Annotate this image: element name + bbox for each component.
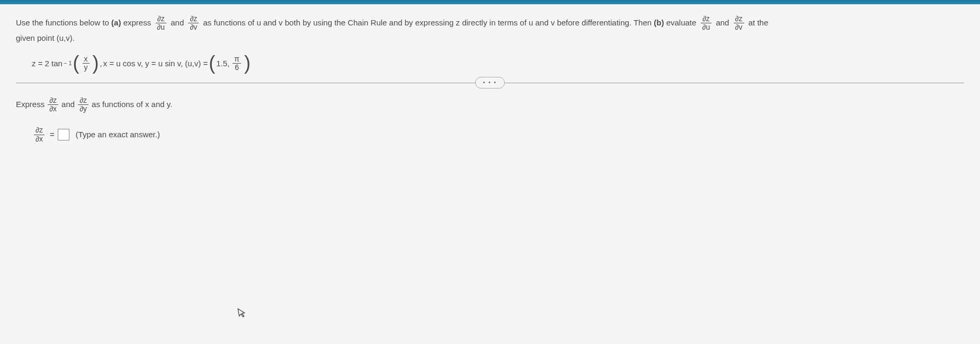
close-paren-2: )	[244, 56, 251, 71]
fraction-dz-du-2: ∂z ∂u	[701, 15, 712, 32]
answer-hint: (Type an exact answer.)	[76, 128, 160, 141]
rest-text: as functions of x and y.	[92, 98, 172, 111]
and-text-1: and	[171, 18, 186, 27]
frac-num: ∂z	[188, 15, 199, 23]
frac-num: ∂z	[156, 15, 166, 23]
frac-num: ∂z	[34, 126, 44, 135]
frac-den: ∂u	[701, 23, 712, 31]
problem-content: Use the functions below to (a) express ∂…	[0, 4, 980, 154]
superscript-neg1: − 1	[64, 59, 72, 68]
answer-input[interactable]	[58, 129, 69, 140]
frac-num: π	[233, 55, 241, 64]
xy-definitions: x = u cos v, y = u sin v, (u,v) =	[103, 57, 208, 70]
divider-container: • • •	[16, 83, 964, 83]
top-accent-bar	[0, 0, 980, 4]
equals-sign: =	[50, 128, 55, 141]
frac-den: ∂y	[78, 105, 88, 113]
frac-den: ∂v	[734, 23, 744, 31]
comma-sep: ,	[100, 57, 102, 70]
sub-prompt: Express ∂z ∂x and ∂z ∂y as functions of …	[16, 96, 964, 113]
part-b-label: (b)	[654, 18, 664, 27]
frac-num: x	[83, 55, 90, 64]
intro-text-1: Use the functions below to	[16, 18, 111, 27]
frac-num: ∂z	[701, 15, 711, 23]
frac-num: ∂z	[48, 96, 58, 105]
part-a-label: (a)	[111, 18, 121, 27]
fraction-pi-over-6: π 6	[233, 55, 241, 72]
and-text-2: and	[716, 18, 731, 27]
and-text-3: and	[61, 98, 75, 111]
given-point-text: given point (u,v).	[16, 33, 75, 42]
frac-den: ∂x	[34, 135, 44, 143]
fraction-dz-dx-answer: ∂z ∂x	[34, 126, 44, 143]
at-the-text: at the	[749, 18, 769, 27]
fraction-dz-dy: ∂z ∂y	[78, 96, 88, 113]
frac-den: ∂v	[188, 23, 199, 31]
frac-den: 6	[233, 64, 240, 72]
fraction-x-over-y: x y	[83, 55, 90, 72]
fraction-dz-dv-2: ∂z ∂v	[734, 15, 744, 32]
intro-express: express	[123, 18, 154, 27]
expand-ellipsis-button[interactable]: • • •	[475, 77, 505, 89]
fraction-dz-dx: ∂z ∂x	[48, 96, 58, 113]
fraction-dz-dv-1: ∂z ∂v	[188, 15, 199, 32]
answer-row: ∂z ∂x = (Type an exact answer.)	[32, 126, 964, 143]
cursor-icon	[237, 307, 248, 321]
as-functions-text: as functions of u and v both by using th…	[203, 18, 654, 27]
fraction-dz-du-1: ∂z ∂u	[155, 15, 166, 32]
evaluate-text: evaluate	[666, 18, 699, 27]
frac-den: ∂u	[155, 23, 166, 31]
frac-den: y	[83, 64, 90, 72]
frac-den: ∂x	[48, 105, 58, 113]
open-paren-1: (	[73, 56, 79, 71]
frac-num: ∂z	[734, 15, 744, 23]
open-paren-2: (	[209, 56, 215, 71]
uv-value-1: 1.5,	[216, 57, 229, 70]
equation-definition: z = 2 tan − 1 ( x y ) , x = u cos v, y =…	[32, 55, 964, 72]
z-equals: z = 2 tan	[32, 57, 63, 70]
frac-num: ∂z	[78, 96, 88, 105]
express-text: Express	[16, 98, 44, 111]
close-paren-1: )	[93, 56, 99, 71]
problem-statement: Use the functions below to (a) express ∂…	[16, 15, 964, 45]
